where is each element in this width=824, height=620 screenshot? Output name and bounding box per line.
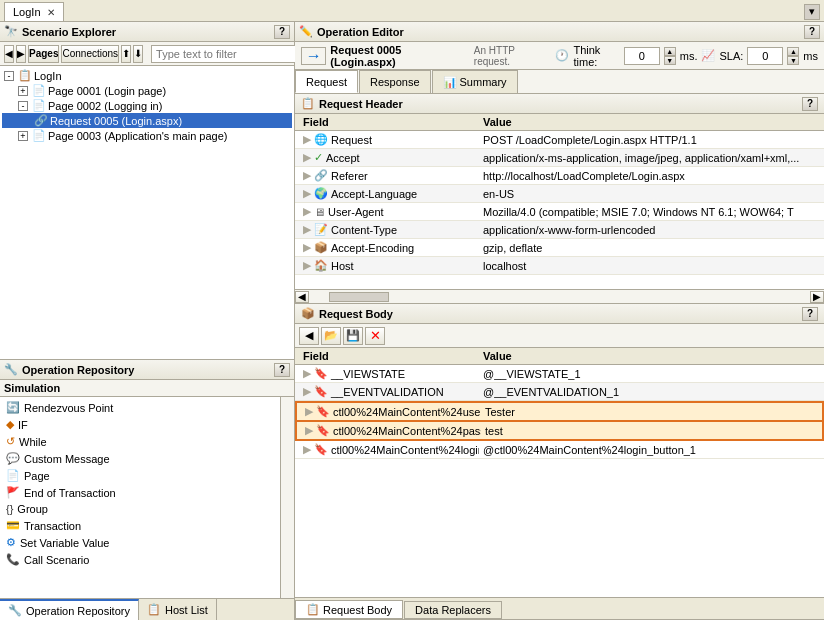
bottom-tab-host-list-label: Host List bbox=[165, 604, 208, 616]
tree-item-root[interactable]: - 📋 LogIn bbox=[2, 68, 292, 83]
hscroll-right-btn[interactable]: ▶ bbox=[810, 291, 824, 303]
request-header-help-btn[interactable]: ? bbox=[802, 97, 818, 111]
op-repo-label: Operation Repository bbox=[22, 364, 134, 376]
call-scenario-label: Call Scenario bbox=[24, 554, 89, 566]
row-accept-value: application/x-ms-application, image/jpeg… bbox=[479, 151, 820, 165]
expand-page0001[interactable]: + bbox=[18, 86, 28, 96]
request-header-title-bar: 📋 Request Header ? bbox=[295, 94, 824, 114]
sla-spin-up[interactable]: ▲ bbox=[787, 47, 799, 56]
toolbar-btn2[interactable]: ⬇ bbox=[133, 45, 143, 63]
body-btn-save[interactable]: 💾 bbox=[343, 327, 363, 345]
op-page[interactable]: 📄 Page bbox=[2, 467, 278, 484]
pages-btn[interactable]: Pages bbox=[28, 45, 59, 63]
request-nav-icon: → bbox=[306, 47, 322, 65]
request-nav-btn[interactable]: → bbox=[301, 47, 326, 65]
sla-spinner[interactable]: ▲ ▼ bbox=[787, 47, 799, 65]
tree-label-page0001: Page 0001 (Login page) bbox=[48, 85, 166, 97]
op-rendezvous[interactable]: 🔄 Rendezvous Point bbox=[2, 399, 278, 416]
set-variable-label: Set Variable Value bbox=[20, 537, 109, 549]
row-ct-icon: 📝 bbox=[314, 223, 328, 236]
think-time-input[interactable] bbox=[624, 47, 660, 65]
request-body-help-btn[interactable]: ? bbox=[802, 307, 818, 321]
sla-spin-down[interactable]: ▼ bbox=[787, 56, 799, 65]
right-bottom-tab-data-replacers[interactable]: Data Replacers bbox=[404, 601, 502, 619]
bottom-tab-host-list-icon: 📋 bbox=[147, 603, 161, 616]
rendezvous-icon: 🔄 bbox=[6, 401, 20, 414]
row-request-value: POST /LoadComplete/Login.aspx HTTP/1.1 bbox=[479, 133, 820, 147]
simulation-label: Simulation bbox=[0, 380, 294, 397]
op-transaction[interactable]: 💳 Transaction bbox=[2, 517, 278, 534]
request-header-label: Request Header bbox=[319, 98, 403, 110]
body-btn-back[interactable]: ◀ bbox=[299, 327, 319, 345]
toolbar-btn1[interactable]: ⬆ bbox=[121, 45, 131, 63]
right-tab-rb-label: Request Body bbox=[323, 604, 392, 616]
right-bottom-tab-request-body[interactable]: 📋 Request Body bbox=[295, 600, 403, 619]
bottom-tab-op-repo[interactable]: 🔧 Operation Repository bbox=[0, 599, 139, 620]
scenario-explorer-title: 🔭 Scenario Explorer bbox=[4, 25, 116, 38]
body-row-username-value: Tester bbox=[481, 405, 818, 419]
search-input[interactable] bbox=[151, 45, 299, 63]
tree-item-page0002[interactable]: - 📄 Page 0002 (Logging in) bbox=[2, 98, 292, 113]
expand-page0002[interactable]: - bbox=[18, 101, 28, 111]
tab-close-btn[interactable]: ✕ bbox=[47, 7, 55, 18]
hscroll-thumb[interactable] bbox=[329, 292, 389, 302]
connections-btn-icon[interactable]: Connections bbox=[61, 45, 119, 63]
sla-input[interactable] bbox=[747, 47, 783, 65]
tree-item-page0001[interactable]: + 📄 Page 0001 (Login page) bbox=[2, 83, 292, 98]
request-meta: 🕐 Think time: ▲ ▼ ms. 📈 SLA: ▲ ▼ ms bbox=[555, 44, 818, 68]
col-field-header: Field bbox=[299, 115, 479, 129]
spin-up-btn[interactable]: ▲ bbox=[664, 47, 676, 56]
op-repo-scrollbar[interactable] bbox=[280, 397, 294, 598]
row-lang-value: en-US bbox=[479, 187, 820, 201]
think-time-spinner[interactable]: ▲ ▼ bbox=[664, 47, 676, 65]
table-row: ▶ 🔖 __VIEWSTATE @__VIEWSTATE_1 bbox=[295, 365, 824, 383]
body-row-vs-expand: ▶ bbox=[303, 367, 311, 380]
row-host-field: ▶ 🏠 Host bbox=[299, 258, 479, 273]
tab-response-label: Response bbox=[370, 76, 420, 88]
row-ua-icon: 🖥 bbox=[314, 206, 325, 218]
op-while[interactable]: ↺ While bbox=[2, 433, 278, 450]
back-btn[interactable]: ◀ bbox=[4, 45, 14, 63]
custom-message-icon: 💬 bbox=[6, 452, 20, 465]
row-lang-icon: 🌍 bbox=[314, 187, 328, 200]
scenario-explorer: 🔭 Scenario Explorer ? ◀ ▶ Pages Connecti… bbox=[0, 22, 294, 360]
op-editor-help-btn[interactable]: ? bbox=[804, 25, 820, 39]
expand-root[interactable]: - bbox=[4, 71, 14, 81]
bottom-tab-host-list[interactable]: 📋 Host List bbox=[139, 599, 217, 620]
tab-request[interactable]: Request bbox=[295, 70, 358, 93]
hscroll-left-btn[interactable]: ◀ bbox=[295, 291, 309, 303]
tree-item-req0005[interactable]: 🔗 Request 0005 (Login.aspx) bbox=[2, 113, 292, 128]
op-if[interactable]: ◆ IF bbox=[2, 416, 278, 433]
request-header-hscroll[interactable]: ◀ ▶ bbox=[295, 289, 824, 303]
table-row: ▶ 🖥 User-Agent Mozilla/4.0 (compatible; … bbox=[295, 203, 824, 221]
op-call-scenario[interactable]: 📞 Call Scenario bbox=[2, 551, 278, 568]
row-ae-expand: ▶ bbox=[303, 241, 311, 254]
expand-page0003[interactable]: + bbox=[18, 131, 28, 141]
op-set-variable[interactable]: ⚙ Set Variable Value bbox=[2, 534, 278, 551]
chart-icon: 📈 bbox=[701, 49, 715, 62]
sla-label: SLA: bbox=[719, 50, 743, 62]
op-repo-help-btn[interactable]: ? bbox=[274, 363, 290, 377]
scenario-explorer-help-btn[interactable]: ? bbox=[274, 25, 290, 39]
tab-response[interactable]: Response bbox=[359, 70, 431, 93]
right-panel: ✏️ Operation Editor ? → Request 0005 (Lo… bbox=[295, 22, 824, 620]
tree-item-page0003[interactable]: + 📄 Page 0003 (Application's main page) bbox=[2, 128, 292, 143]
op-custom-message[interactable]: 💬 Custom Message bbox=[2, 450, 278, 467]
op-repo-body: 🔄 Rendezvous Point ◆ IF ↺ While 💬 Custom… bbox=[0, 397, 294, 598]
op-group[interactable]: {} Group bbox=[2, 501, 278, 517]
forward-btn[interactable]: ▶ bbox=[16, 45, 26, 63]
tree-icon-page0002: 📄 bbox=[32, 99, 46, 112]
table-row: ▶ ✓ Accept application/x-ms-application,… bbox=[295, 149, 824, 167]
col-value-header: Value bbox=[479, 115, 806, 129]
bottom-tab-op-repo-label: Operation Repository bbox=[26, 605, 130, 617]
body-btn-open[interactable]: 📂 bbox=[321, 327, 341, 345]
spin-down-btn[interactable]: ▼ bbox=[664, 56, 676, 65]
tree-label-root: LogIn bbox=[34, 70, 62, 82]
tab-summary[interactable]: 📊 Summary bbox=[432, 70, 518, 93]
op-end-transaction[interactable]: 🚩 End of Transaction bbox=[2, 484, 278, 501]
login-tab[interactable]: LogIn ✕ bbox=[4, 2, 64, 21]
tab-dropdown-btn[interactable]: ▾ bbox=[804, 4, 820, 20]
request-body-title-bar: 📦 Request Body ? bbox=[295, 304, 824, 324]
right-tab-rb-icon: 📋 bbox=[306, 603, 320, 616]
body-btn-delete[interactable]: ✕ bbox=[365, 327, 385, 345]
